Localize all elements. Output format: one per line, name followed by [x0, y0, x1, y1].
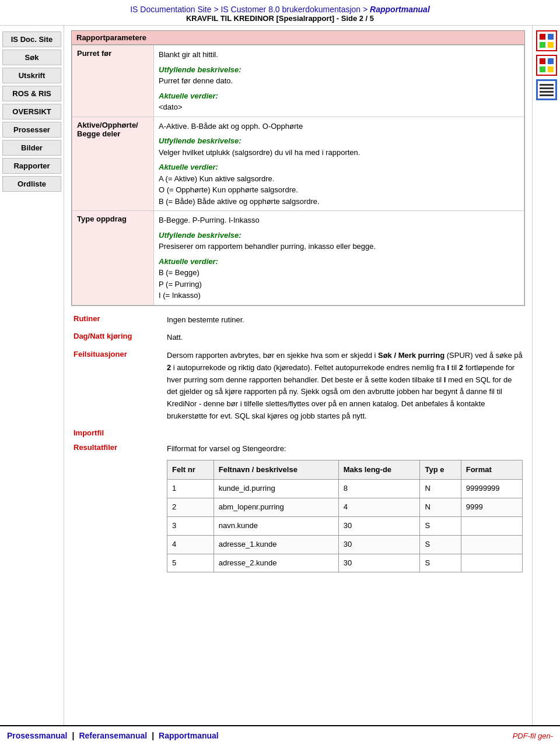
svg-rect-2: [540, 42, 545, 48]
param-main-text-2: B-Begge. P-Purring. I-Inkasso: [159, 215, 519, 226]
svg-rect-8: [540, 84, 554, 86]
utfyllende-label-2: Utfyllende beskrivelse:: [159, 231, 242, 240]
breadcrumb-bold: Rapportmanual: [370, 5, 430, 14]
sidebar-item-sok[interactable]: Søk: [2, 50, 61, 65]
info-label-resultatfiler: Resultatfiler: [74, 443, 167, 573]
info-content-resultatfiler: Filformat for varsel og Stengeordre: Fel…: [167, 443, 523, 573]
table-row: 2abm_lopenr.purring4N9999: [167, 498, 523, 517]
table-cell-type: S: [420, 517, 461, 536]
rapport-parameters-section: Rapportparametere Purret før Blankt gir …: [71, 30, 525, 306]
table-cell-feltnavn: kunde_id.purring: [214, 480, 338, 498]
table-cell-nr: 1: [167, 480, 214, 498]
table-cell-feltnavn: adresse_1.kunde: [214, 535, 338, 554]
main-layout: IS Doc. Site Søk Utskrift ROS & RIS OVER…: [0, 26, 560, 725]
param-label-purret: Purret før: [72, 45, 154, 117]
sidebar-item-prosesser[interactable]: Prosesser: [2, 122, 61, 138]
info-label-dag-natt: Dag/Natt kjøring: [74, 332, 167, 344]
sidebar-item-rapporter[interactable]: Rapporter: [2, 158, 61, 174]
footer-link-prosessmanual[interactable]: Prosessmanual: [7, 731, 68, 740]
footer-link-referansemanual[interactable]: Referansemanual: [79, 731, 147, 740]
table-cell-format: 9999: [461, 498, 522, 517]
svg-rect-4: [540, 58, 545, 64]
aktuelle-label-2: Aktuelle verdier:: [159, 257, 218, 266]
table-row: 1kunde_id.purring8N99999999: [167, 480, 523, 498]
table-row: 5adresse_2.kunde30S: [167, 554, 523, 572]
svg-rect-5: [548, 58, 554, 64]
table-cell-format: [461, 535, 522, 554]
aktuelle-label-1: Aktuelle verdier:: [159, 163, 218, 171]
table-cell-feltnavn: adresse_2.kunde: [214, 554, 338, 572]
param-row-aktive: Aktive/Opphørte/ Begge deler A-Aktive. B…: [72, 117, 524, 211]
table-cell-maks: 30: [338, 517, 420, 536]
svg-rect-11: [540, 94, 554, 96]
footer-link-rapportmanual[interactable]: Rapportmanual: [159, 731, 219, 740]
sidebar-item-oversikt[interactable]: OVERSIKT: [2, 104, 61, 119]
table-cell-type: S: [420, 554, 461, 572]
table-cell-type: S: [420, 535, 461, 554]
table-cell-feltnavn: abm_lopenr.purring: [214, 498, 338, 517]
page-footer: Prosessmanual | Referansemanual | Rappor…: [0, 725, 560, 745]
sidebar-item-bilder[interactable]: Bilder: [2, 140, 61, 156]
table-cell-maks: 30: [338, 535, 420, 554]
aktuelle-label-0: Aktuelle verdier:: [159, 92, 218, 100]
info-row-dag-natt: Dag/Natt kjøring Natt.: [71, 332, 525, 344]
table-cell-format: 99999999: [461, 480, 522, 498]
table-cell-nr: 3: [167, 517, 214, 536]
param-label-type: Type oppdrag: [72, 211, 154, 305]
table-row: 4adresse_1.kunde30S: [167, 535, 523, 554]
svg-rect-0: [540, 34, 545, 40]
info-content-importfil: [167, 428, 523, 437]
resultatfiler-text: Filformat for varsel og Stengeordre:: [167, 444, 286, 453]
info-content-feil: Dersom rapporten avbrytes, bør en sjekke…: [167, 350, 523, 423]
info-row-importfil: Importfil: [71, 428, 525, 437]
table-cell-format: [461, 517, 522, 536]
param-row-purret: Purret før Blankt gir alt hittil. Utfyll…: [72, 45, 524, 117]
table-cell-format: [461, 554, 522, 572]
utfyllende-label-1: Utfyllende beskrivelse:: [159, 136, 242, 145]
table-cell-type: N: [420, 480, 461, 498]
aktuelle-line-2-2: I (= Inkasso): [159, 291, 201, 300]
utfyllende-text-0: Purret før denne dato.: [159, 76, 233, 85]
param-main-text-1: A-Aktive. B-Både akt og opph. O-Opphørte: [159, 121, 519, 132]
sidebar-item-ros-ris[interactable]: ROS & RIS: [2, 86, 61, 101]
aktuelle-line-1-0: A (= Aktive) Kun aktive salgsordre.: [159, 174, 274, 183]
svg-rect-1: [548, 34, 554, 40]
info-row-feil: Feilsituasjoner Dersom rapporten avbryte…: [71, 350, 525, 423]
table-row: 3navn.kunde30S: [167, 517, 523, 536]
sidebar-item-utskrift[interactable]: Utskrift: [2, 68, 61, 83]
icon-box-3[interactable]: [536, 79, 557, 100]
table-cell-maks: 8: [338, 480, 420, 498]
info-row-resultatfiler: Resultatfiler Filformat for varsel og St…: [71, 443, 525, 573]
info-label-importfil: Importfil: [74, 428, 167, 437]
sidebar-item-ordliste[interactable]: Ordliste: [2, 176, 61, 192]
aktuelle-line-1-2: B (= Både) Både aktive og opphørte salgs…: [159, 197, 320, 206]
aktuelle-line-2-1: P (= Purring): [159, 280, 202, 289]
param-row-type: Type oppdrag B-Begge. P-Purring. I-Inkas…: [72, 211, 524, 305]
aktuelle-line-1-1: O (= Opphørte) Kun opphørte salgsordre.: [159, 185, 298, 194]
results-table-header-row: Felt nr Feltnavn / beskrivelse Maks leng…: [167, 460, 523, 480]
param-content-type: B-Begge. P-Purring. I-Inkasso Utfyllende…: [154, 211, 524, 305]
footer-separator-2: |: [152, 731, 154, 740]
footer-links: Prosessmanual | Referansemanual | Rappor…: [7, 731, 219, 740]
rapport-parameters-table: Purret før Blankt gir alt hittil. Utfyll…: [72, 45, 524, 305]
footer-right-text: PDF-fil gen-: [513, 732, 553, 740]
list-icon: [538, 82, 555, 98]
table-cell-nr: 4: [167, 535, 214, 554]
table-cell-feltnavn: navn.kunde: [214, 517, 338, 536]
sidebar-item-is-doc[interactable]: IS Doc. Site: [2, 31, 61, 47]
icon-box-1[interactable]: [536, 30, 557, 51]
table-cell-maks: 4: [338, 498, 420, 517]
table-cell-type: N: [420, 498, 461, 517]
param-content-purret: Blankt gir alt hittil. Utfyllende beskri…: [154, 45, 524, 117]
results-table: Felt nr Feltnavn / beskrivelse Maks leng…: [167, 460, 523, 573]
svg-rect-3: [548, 42, 554, 48]
svg-rect-9: [540, 87, 554, 89]
info-row-rutiner: Rutiner Ingen bestemte rutiner.: [71, 314, 525, 326]
page-header: IS Documentation Site > IS Customer 8.0 …: [0, 0, 560, 26]
breadcrumb: IS Documentation Site > IS Customer 8.0 …: [6, 5, 554, 14]
sidebar: IS Doc. Site Søk Utskrift ROS & RIS OVER…: [0, 26, 64, 725]
col-header-type: Typ e: [420, 460, 461, 480]
content-area: Rapportparametere Purret før Blankt gir …: [64, 26, 532, 725]
svg-rect-6: [540, 66, 545, 72]
icon-box-2[interactable]: [536, 55, 557, 76]
